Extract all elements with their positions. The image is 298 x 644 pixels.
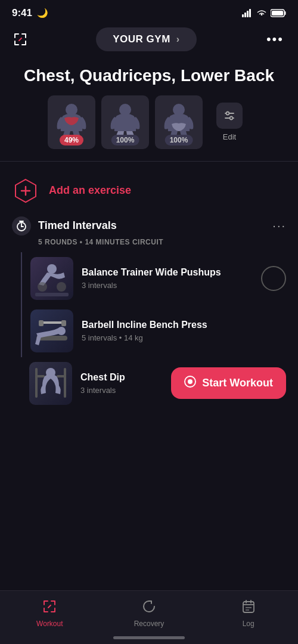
svg-line-7 <box>19 38 21 41</box>
svg-rect-3 <box>249 9 251 17</box>
exercise-thumb-1 <box>30 257 73 300</box>
bottom-nav: Workout Recovery Log <box>0 590 298 644</box>
nav-item-log[interactable]: Log <box>198 599 298 628</box>
signal-icon <box>242 9 253 17</box>
expand-icon[interactable] <box>10 29 31 50</box>
svg-rect-39 <box>243 602 254 612</box>
start-icon <box>184 376 196 391</box>
svg-rect-5 <box>285 11 286 15</box>
status-time: 9:41 <box>12 7 32 19</box>
timer-icon <box>12 216 31 236</box>
gym-button[interactable]: YOUR GYM › <box>96 27 196 51</box>
muscle-quad[interactable]: 100% <box>101 95 149 149</box>
start-workout-label: Start Workout <box>202 377 273 389</box>
recovery-nav-label: Recovery <box>134 620 164 628</box>
section-divider <box>0 161 298 162</box>
wifi-icon <box>256 9 267 17</box>
muscle-figure-back: 100% <box>155 95 203 149</box>
battery-icon <box>271 9 286 17</box>
log-nav-label: Log <box>243 620 254 628</box>
exercise-info-3: Chest Dip 3 intervals <box>80 371 163 395</box>
exercise-meta-3: 3 intervals <box>80 386 163 395</box>
svg-rect-32 <box>64 368 66 398</box>
svg-rect-6 <box>272 11 283 16</box>
recovery-nav-icon <box>142 599 156 617</box>
exercise-thumb-2 <box>30 309 73 352</box>
exercise-info-1: Balance Trainer Wide Pushups 3 intervals <box>82 267 253 290</box>
svg-rect-34 <box>57 375 66 377</box>
workout-nav-label: Workout <box>36 620 63 628</box>
exercise-item-1[interactable]: Balance Trainer Wide Pushups 3 intervals <box>21 252 286 305</box>
gym-label: YOUR GYM <box>113 33 170 45</box>
svg-line-38 <box>48 605 51 608</box>
muscle-chest[interactable]: 49% <box>48 95 95 149</box>
svg-point-24 <box>57 282 66 292</box>
exercise-item-2[interactable]: Barbell Incline Bench Press 5 intervals … <box>21 305 286 357</box>
svg-point-23 <box>38 282 47 292</box>
add-exercise-row[interactable]: Add an exercise <box>0 171 298 216</box>
exercise-name-3: Chest Dip <box>80 371 163 384</box>
back-percent-badge: 100% <box>165 135 193 145</box>
svg-rect-29 <box>39 320 44 326</box>
more-options-button[interactable]: ••• <box>262 29 288 49</box>
top-bar: YOUR GYM › ••• <box>0 24 298 57</box>
svg-point-14 <box>230 117 233 120</box>
exercise-toggle-1[interactable] <box>261 266 286 291</box>
home-indicator <box>113 636 185 639</box>
exercise-meta-1: 3 intervals <box>82 281 253 290</box>
chest-percent-badge: 49% <box>60 135 83 145</box>
svg-point-37 <box>188 379 193 384</box>
svg-rect-30 <box>61 320 66 326</box>
svg-rect-0 <box>242 14 244 17</box>
edit-button[interactable]: Edit <box>209 95 250 149</box>
svg-point-12 <box>226 112 229 115</box>
nav-item-recovery[interactable]: Recovery <box>100 599 199 628</box>
circuit-section: Timed Intervals ··· 5 ROUNDS • 14 MINUTE… <box>0 216 298 416</box>
svg-rect-31 <box>35 368 38 398</box>
exercise-meta-2: 5 intervals • 14 kg <box>82 333 286 342</box>
start-workout-button[interactable]: Start Workout <box>171 367 286 399</box>
circuit-header: Timed Intervals ··· <box>12 216 286 236</box>
exercise-name-2: Barbell Incline Bench Press <box>82 319 286 332</box>
quad-percent-badge: 100% <box>111 135 139 145</box>
circuit-meta: 5 ROUNDS • 14 MINUTES CIRCUIT <box>38 238 286 246</box>
add-exercise-label: Add an exercise <box>49 184 131 197</box>
muscle-figure-chest: 49% <box>48 95 95 149</box>
status-icons <box>242 9 286 17</box>
log-nav-icon <box>241 599 256 617</box>
muscle-figure-quad: 100% <box>101 95 149 149</box>
add-hex-icon <box>12 177 39 205</box>
exercise-item-3[interactable]: Chest Dip 3 intervals Start Workout <box>21 357 286 410</box>
status-bar: 9:41 🌙 <box>0 0 298 24</box>
muscle-groups: 49% 100% <box>0 95 298 159</box>
circuit-title: Timed Intervals <box>38 219 265 232</box>
svg-rect-25 <box>35 293 69 296</box>
nav-item-workout[interactable]: Workout <box>0 599 100 628</box>
muscle-lower-back[interactable]: 100% <box>155 95 203 149</box>
exercise-thumb-3 <box>29 362 72 405</box>
moon-icon: 🌙 <box>37 8 48 18</box>
svg-rect-33 <box>35 375 45 377</box>
chevron-right-icon: › <box>176 34 180 45</box>
exercise-info-2: Barbell Incline Bench Press 5 intervals … <box>82 319 286 343</box>
sliders-icon <box>216 103 243 129</box>
edit-label: Edit <box>223 132 236 141</box>
svg-rect-1 <box>244 13 246 17</box>
exercise-name-1: Balance Trainer Wide Pushups <box>82 267 253 279</box>
svg-rect-2 <box>247 11 249 17</box>
workout-title: Chest, Quadriceps, Lower Back <box>0 57 298 95</box>
workout-nav-icon <box>42 599 57 617</box>
circuit-more-button[interactable]: ··· <box>272 219 286 233</box>
svg-point-22 <box>47 264 57 274</box>
